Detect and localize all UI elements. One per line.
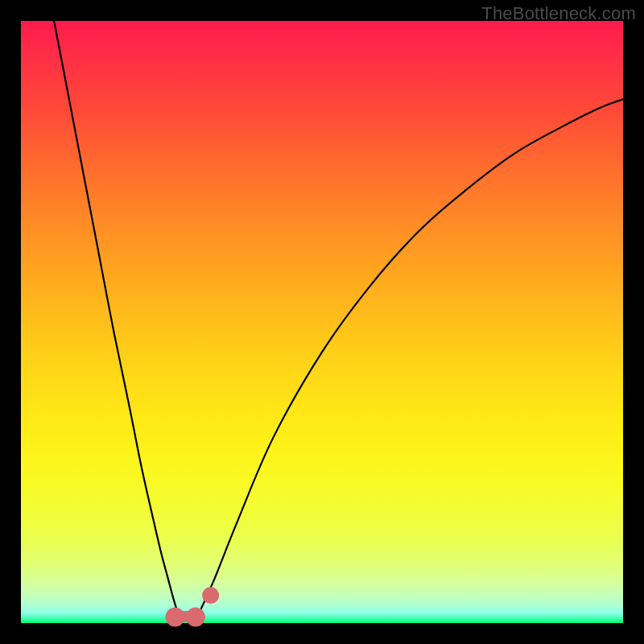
chart-overlay <box>21 21 623 623</box>
trough-right-end <box>186 608 205 627</box>
chart-plot-area <box>21 21 623 623</box>
dot-right <box>202 587 219 604</box>
curve-left-branch <box>54 21 179 614</box>
curve-right-branch <box>199 99 623 614</box>
trough-left-end <box>166 608 185 627</box>
watermark-text: TheBottleneck.com <box>481 3 636 24</box>
